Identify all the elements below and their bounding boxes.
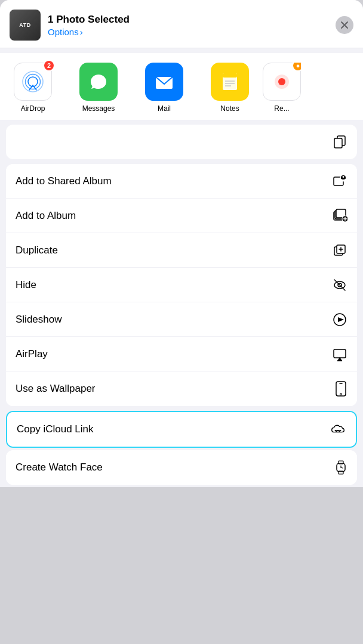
add-shared-album-item[interactable]: Add to Shared Album	[6, 164, 357, 199]
svg-rect-9	[223, 73, 237, 78]
icloud-section: Copy iCloud Link	[6, 411, 357, 448]
share-sheet: ATD 1 Photo Selected Options ›	[0, 0, 363, 487]
airplay-item[interactable]: AirPlay	[6, 337, 357, 371]
phone-icon	[331, 381, 347, 397]
svg-point-42	[340, 394, 342, 395]
shared-album-icon	[331, 174, 347, 189]
svg-marker-36	[338, 317, 344, 322]
svg-rect-16	[334, 138, 342, 148]
sheet-header: ATD 1 Photo Selected Options ›	[0, 0, 363, 48]
watch-icon	[331, 459, 347, 476]
svg-line-48	[341, 467, 343, 468]
photo-selected-title: 1 Photo Selected	[48, 14, 336, 26]
duplicate-icon	[331, 243, 347, 258]
add-album-item[interactable]: Add to Album	[6, 199, 357, 233]
slideshow-item[interactable]: Slideshow	[6, 302, 357, 337]
app-messages[interactable]: Messages	[66, 63, 131, 113]
app-reminders[interactable]: ● Re...	[263, 63, 301, 113]
close-button[interactable]	[336, 16, 353, 34]
add-album-icon	[331, 208, 347, 224]
add-shared-album-label: Add to Shared Album	[16, 175, 112, 187]
airplay-icon	[331, 346, 347, 362]
copy-row[interactable]	[6, 125, 357, 159]
copy-icloud-link-item[interactable]: Copy iCloud Link	[7, 412, 356, 447]
mail-label: Mail	[158, 104, 171, 113]
photo-thumbnail: ATD	[10, 10, 41, 41]
app-airdrop[interactable]: 2 AirDrop	[0, 63, 66, 113]
airplay-label: AirPlay	[16, 348, 48, 360]
menu-section: Add to Shared Album Add to Album	[6, 164, 357, 406]
hide-item[interactable]: Hide	[6, 268, 357, 302]
play-icon	[331, 312, 347, 327]
duplicate-item[interactable]: Duplicate	[6, 233, 357, 268]
hide-label: Hide	[16, 279, 36, 291]
apps-row: 2 AirDrop Messages	[0, 53, 363, 120]
hide-icon	[331, 277, 347, 293]
airdrop-badge: 2	[43, 60, 55, 72]
svg-rect-37	[334, 349, 346, 358]
wallpaper-label: Use as Wallpaper	[16, 383, 96, 395]
copy-icloud-link-label: Copy iCloud Link	[17, 423, 94, 435]
airdrop-label: AirDrop	[21, 104, 45, 113]
notes-label: Notes	[220, 104, 239, 113]
copy-section	[6, 125, 357, 159]
create-watch-face-label: Create Watch Face	[16, 462, 103, 473]
app-notes[interactable]: Notes	[197, 63, 263, 113]
add-album-label: Add to Album	[16, 210, 76, 222]
header-info: 1 Photo Selected Options ›	[41, 14, 336, 37]
options-button[interactable]: Options ›	[48, 27, 336, 37]
svg-point-20	[343, 176, 344, 178]
watch-section: Create Watch Face	[6, 450, 357, 485]
app-mail[interactable]: Mail	[131, 63, 197, 113]
reminders-label: Re...	[274, 104, 289, 113]
slideshow-label: Slideshow	[16, 314, 62, 326]
copy-icon	[331, 134, 347, 150]
messages-label: Messages	[82, 104, 115, 113]
wallpaper-item[interactable]: Use as Wallpaper	[6, 371, 357, 406]
create-watch-face-item[interactable]: Create Watch Face	[6, 450, 357, 485]
svg-point-14	[278, 78, 285, 85]
duplicate-label: Duplicate	[16, 244, 58, 256]
cloud-link-icon	[330, 423, 346, 436]
